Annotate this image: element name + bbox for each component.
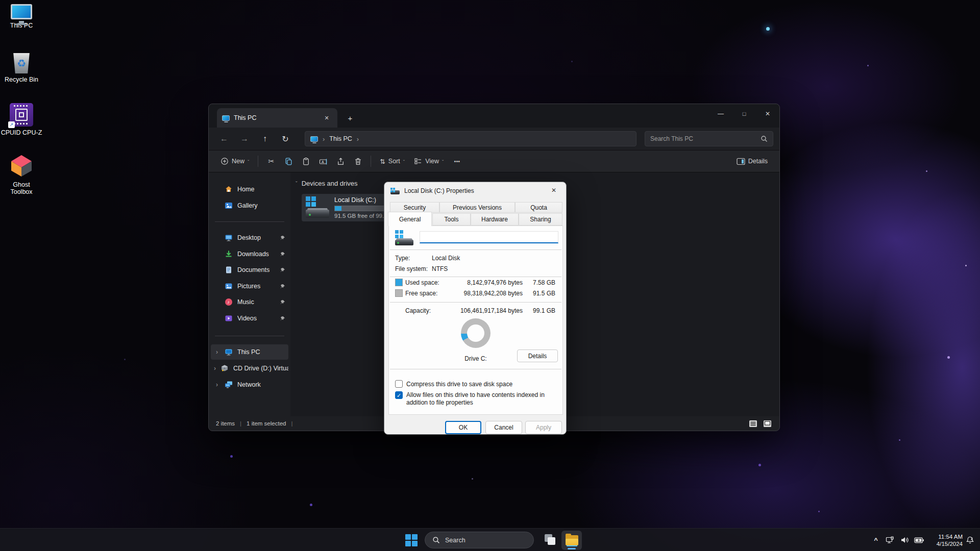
capacity-label: Capacity: <box>405 307 431 314</box>
breadcrumb-this-pc[interactable]: This PC <box>329 135 352 142</box>
battery-icon[interactable] <box>912 532 926 548</box>
more-options-button[interactable]: ••• <box>448 153 465 169</box>
sidebar-item-cd-drive[interactable]: › CD Drive (D:) Virtua <box>211 361 288 376</box>
cd-drive-icon <box>220 364 229 373</box>
explorer-tab-this-pc[interactable]: This PC ✕ <box>217 108 337 128</box>
tab-hardware[interactable]: Hardware <box>471 213 519 226</box>
dialog-close-button[interactable]: ✕ <box>544 183 564 197</box>
sort-button[interactable]: ⇅ Sort ˇ <box>375 153 409 169</box>
apply-button[interactable]: Apply <box>525 421 562 434</box>
desktop-icon-recycle-bin[interactable]: ♻ Recycle Bin <box>0 53 43 83</box>
details-pane-toggle[interactable]: Details <box>732 153 772 169</box>
sidebar-item-videos[interactable]: Videos <box>211 311 288 326</box>
monitor-icon <box>222 115 230 121</box>
tab-close-button[interactable]: ✕ <box>321 112 332 123</box>
chevron-right-icon[interactable]: › <box>214 365 216 372</box>
chevron-right-icon[interactable]: › <box>214 381 220 388</box>
explorer-search-input[interactable]: Search This PC <box>645 131 773 146</box>
type-label: Type: <box>395 255 410 262</box>
volume-label-input[interactable] <box>420 231 558 243</box>
back-button[interactable]: ← <box>216 131 232 146</box>
monitor-icon <box>310 136 318 142</box>
index-checkbox[interactable]: ✓ <box>395 391 403 399</box>
network-icon[interactable] <box>883 532 897 548</box>
svg-text:♪: ♪ <box>227 299 230 305</box>
taskbar-search-input[interactable]: Search <box>425 532 534 548</box>
sidebar-item-documents[interactable]: Documents <box>211 262 288 278</box>
chevron-down-icon: ˇ <box>403 160 405 165</box>
sidebar-item-desktop[interactable]: Desktop <box>211 230 288 245</box>
minimize-button[interactable]: — <box>709 104 732 123</box>
sidebar-item-home[interactable]: Home <box>211 182 288 197</box>
chevron-down-icon: ˇ <box>442 160 444 165</box>
hard-drive-icon <box>390 188 400 194</box>
details-button[interactable]: Details <box>517 349 558 362</box>
tab-general[interactable]: General <box>388 212 432 226</box>
dialog-title: Local Disk (C:) Properties <box>404 187 474 194</box>
taskbar: Search ^ <box>0 528 980 551</box>
chevron-right-icon[interactable]: › <box>214 348 220 356</box>
share-button[interactable] <box>332 153 349 169</box>
cut-button[interactable]: ✂ <box>262 153 280 169</box>
section-devices-and-drives[interactable]: ˇ Devices and drives <box>296 180 358 187</box>
pin-icon <box>280 299 285 305</box>
address-bar[interactable]: › This PC › <box>305 131 636 146</box>
new-tab-button[interactable]: + <box>344 111 357 124</box>
file-system-label: File system: <box>395 265 428 272</box>
paste-button[interactable] <box>297 153 314 169</box>
tab-security[interactable]: Security <box>390 202 439 213</box>
desktop-icon-this-pc[interactable]: This PC <box>0 4 43 29</box>
close-button[interactable]: ✕ <box>756 104 779 123</box>
details-view-toggle[interactable] <box>748 419 758 428</box>
cpu-chip-icon: ↗ <box>10 103 33 127</box>
forward-button[interactable]: → <box>236 131 253 146</box>
refresh-button[interactable]: ↻ <box>277 131 293 146</box>
compress-checkbox[interactable] <box>395 380 403 388</box>
task-view-button[interactable] <box>540 531 559 550</box>
pin-icon <box>280 235 285 241</box>
tab-sharing[interactable]: Sharing <box>519 213 562 226</box>
items-count: 2 items <box>216 420 235 427</box>
selection-count: 1 item selected <box>247 420 286 427</box>
sidebar-item-this-pc[interactable]: › This PC <box>211 344 288 360</box>
desktop-icon-ghost-toolbox[interactable]: GhostToolbox <box>0 155 43 195</box>
hard-drive-icon <box>395 230 413 245</box>
sidebar-item-music[interactable]: ♪ Music <box>211 294 288 310</box>
copy-button[interactable] <box>280 153 297 169</box>
tab-quota[interactable]: Quota <box>515 202 562 213</box>
search-placeholder: Search This PC <box>650 135 761 142</box>
ok-button[interactable]: OK <box>445 421 481 434</box>
file-explorer-taskbar-button[interactable] <box>561 531 582 550</box>
thumbnail-view-toggle[interactable] <box>762 419 772 428</box>
taskbar-clock[interactable]: 11:54 AM 4/15/2024 <box>926 533 963 547</box>
cancel-button[interactable]: Cancel <box>485 421 522 434</box>
volume-icon[interactable] <box>897 532 912 548</box>
tab-tools[interactable]: Tools <box>432 213 471 226</box>
search-icon <box>432 536 440 544</box>
up-button[interactable]: ↑ <box>257 131 273 146</box>
view-button[interactable]: View ˇ <box>409 153 448 169</box>
videos-icon <box>224 314 233 323</box>
chevron-right-icon: › <box>323 135 325 143</box>
sidebar-item-pictures[interactable]: Pictures <box>211 279 288 294</box>
divider <box>215 336 284 336</box>
maximize-button[interactable]: □ <box>732 104 756 123</box>
recycle-bin-icon: ♻ <box>12 53 31 73</box>
sidebar-item-downloads[interactable]: Downloads <box>211 246 288 262</box>
divider <box>215 221 284 222</box>
sidebar-item-gallery[interactable]: Gallery <box>211 198 288 213</box>
this-pc-icon <box>11 4 32 19</box>
pin-icon <box>280 284 285 289</box>
rename-button[interactable]: A <box>314 153 332 169</box>
desktop-icon-cpuz[interactable]: ↗ CPUID CPU-Z <box>0 103 43 136</box>
tab-previous-versions[interactable]: Previous Versions <box>439 202 515 213</box>
new-button[interactable]: New ˇ <box>216 153 254 169</box>
sidebar-item-network[interactable]: › Network <box>211 377 288 392</box>
hidden-icons-chevron[interactable]: ^ <box>869 532 883 548</box>
delete-button[interactable] <box>349 153 366 169</box>
chevron-right-icon: › <box>357 135 359 143</box>
start-button[interactable] <box>405 534 418 546</box>
share-icon <box>336 157 345 166</box>
copy-icon <box>284 157 293 166</box>
notification-bell-icon[interactable] <box>963 532 977 548</box>
